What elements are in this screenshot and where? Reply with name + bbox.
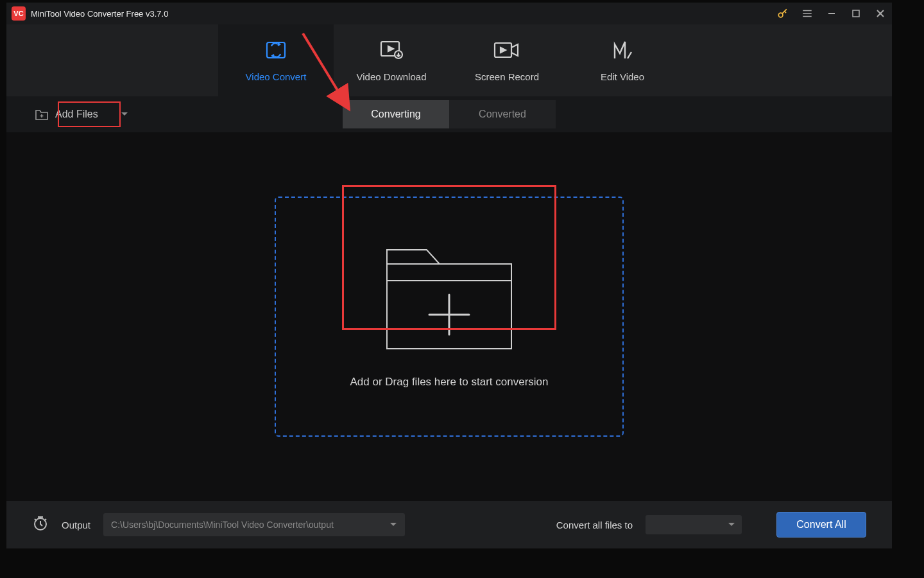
svg-rect-1 <box>853 10 859 17</box>
add-files-dropdown-icon[interactable] <box>120 109 129 120</box>
download-icon <box>379 39 404 61</box>
menu-icon[interactable] <box>801 7 814 20</box>
convert-icon <box>263 39 289 61</box>
nav-screen-record[interactable]: Screen Record <box>449 24 565 96</box>
file-dropzone[interactable]: Add or Drag files here to start conversi… <box>275 197 624 437</box>
bottom-bar: Output C:\Users\bj\Documents\MiniTool Vi… <box>6 501 892 548</box>
tab-converting[interactable]: Converting <box>343 100 449 128</box>
status-tabs: Converting Converted <box>343 100 556 128</box>
nav-label: Video Convert <box>246 71 307 82</box>
app-title: MiniTool Video Converter Free v3.7.0 <box>31 9 776 19</box>
output-path-text: C:\Users\bj\Documents\MiniTool Video Con… <box>111 520 334 530</box>
timer-icon[interactable] <box>32 515 49 534</box>
title-bar: VC MiniTool Video Converter Free v3.7.0 <box>6 3 892 24</box>
maximize-button[interactable] <box>850 7 862 20</box>
key-icon[interactable] <box>776 7 789 20</box>
nav-video-download[interactable]: Video Download <box>334 24 449 96</box>
record-icon <box>493 39 521 61</box>
edit-icon <box>611 39 634 61</box>
add-files-label: Add Files <box>55 109 98 120</box>
tab-converted[interactable]: Converted <box>449 100 556 128</box>
chevron-down-icon <box>389 522 397 527</box>
sub-toolbar: Add Files Converting Converted <box>6 96 892 132</box>
main-nav: Video Convert Video Download <box>6 24 892 96</box>
output-format-selector[interactable] <box>646 515 742 534</box>
nav-label: Video Download <box>357 71 427 82</box>
main-content-area: Add or Drag files here to start conversi… <box>6 132 892 501</box>
dropzone-caption: Add or Drag files here to start conversi… <box>350 376 549 389</box>
close-button[interactable] <box>874 7 887 20</box>
convert-all-files-label: Convert all files to <box>556 520 633 530</box>
chevron-down-icon <box>728 522 735 527</box>
nav-label: Edit Video <box>601 71 644 82</box>
nav-video-convert[interactable]: Video Convert <box>218 24 334 96</box>
add-folder-icon <box>35 108 49 121</box>
output-label: Output <box>62 520 90 530</box>
folder-plus-icon <box>382 245 517 354</box>
output-path-selector[interactable]: C:\Users\bj\Documents\MiniTool Video Con… <box>103 513 405 536</box>
minimize-button[interactable] <box>825 7 838 20</box>
app-window: VC MiniTool Video Converter Free v3.7.0 <box>6 3 892 548</box>
add-files-button[interactable]: Add Files <box>30 102 103 127</box>
nav-edit-video[interactable]: Edit Video <box>565 24 680 96</box>
nav-label: Screen Record <box>475 71 539 82</box>
convert-all-button[interactable]: Convert All <box>776 512 866 538</box>
app-logo-icon: VC <box>12 6 26 21</box>
svg-rect-2 <box>267 42 285 58</box>
